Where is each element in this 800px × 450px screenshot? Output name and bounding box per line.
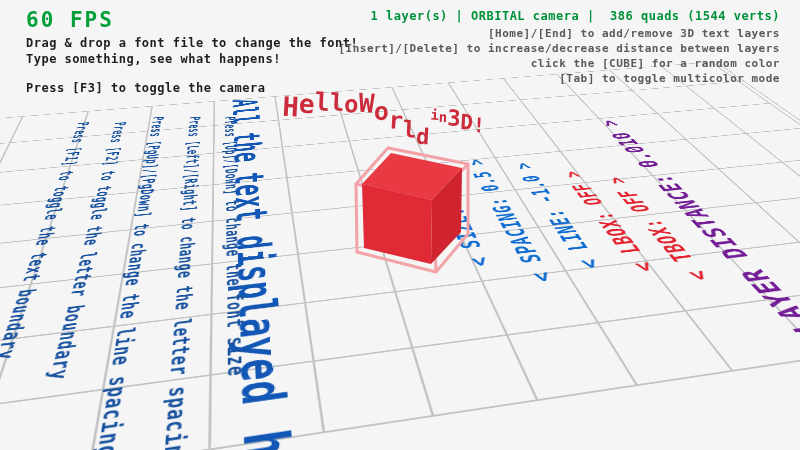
wave-letter: H (282, 91, 300, 123)
hint-cube-random-color: click the [CUBE] for a random color (531, 57, 780, 70)
hint-type-something: Type something, see what happens! (26, 52, 281, 66)
hint-multicolor-mode: [Tab] to toggle multicolor mode (559, 72, 780, 85)
app-window: All the text displayed here is in 3D Pre… (0, 0, 800, 450)
stats-readout: 1 layer(s) | ORBITAL camera | 386 quads … (371, 9, 780, 23)
wave-letter: W (358, 88, 375, 119)
wave-letter: l (314, 87, 331, 117)
wave-letter: l (402, 116, 417, 143)
hint-toggle-camera: Press [F3] to toggle the camera (26, 81, 265, 95)
wave-letter: l (329, 88, 345, 117)
wave-letter: o (373, 96, 390, 126)
wave-letter: r (388, 106, 404, 135)
hint-layer-distance: [Insert]/[Delete] to increase/decrease d… (338, 42, 780, 55)
fps-counter: 60 FPS (26, 8, 114, 32)
hint-drag-drop-font: Drag & drop a font file to change the fo… (26, 36, 358, 50)
hint-add-remove-layers: [Home]/[End] to add/remove 3D text layer… (488, 27, 780, 40)
wave-letter: o (344, 90, 360, 119)
wave-letter: 3 (447, 105, 462, 131)
wave-letter: d (415, 124, 430, 150)
wave-letter: e (298, 89, 315, 120)
wave-letter: ! (472, 113, 485, 138)
